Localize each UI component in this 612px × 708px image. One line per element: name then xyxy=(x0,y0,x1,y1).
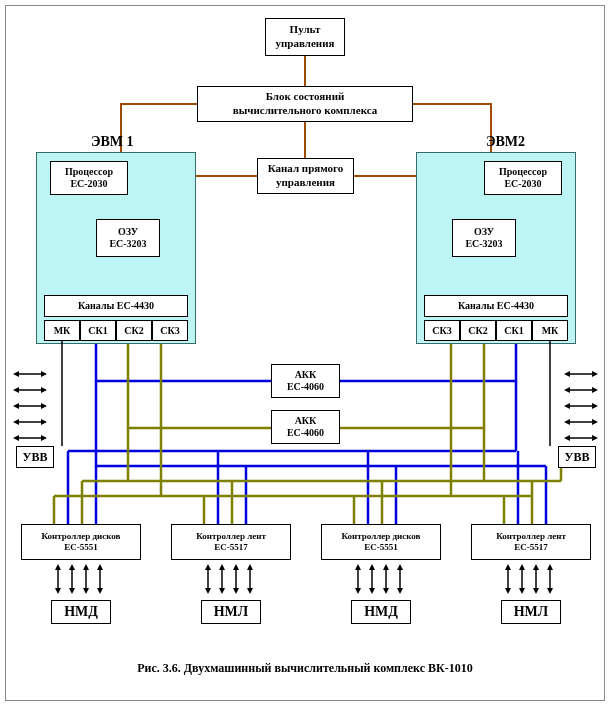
diagram-frame: Пульт управления Блок состояний вычислит… xyxy=(5,5,605,701)
double-arrows xyxy=(6,6,606,702)
